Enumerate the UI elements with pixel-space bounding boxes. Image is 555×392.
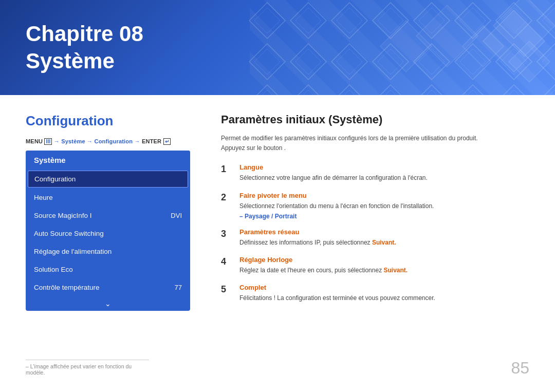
section-title: Configuration (26, 113, 190, 129)
intro-text: Permet de modifier les paramètres initia… (221, 134, 529, 153)
right-column: Paramètres initiaux (Système) Permet de … (221, 113, 529, 311)
menu-item-auto-source[interactable]: Auto Source Switching (26, 225, 190, 242)
menu-item-solution-eco[interactable]: Solution Eco (26, 260, 190, 278)
step-3: 3 Paramètres réseau Définissez les infor… (221, 228, 529, 248)
page-heading: Paramètres initiaux (Système) (221, 113, 529, 126)
step-title-3: Paramètres réseau (239, 228, 529, 236)
step-1: 1 Langue Sélectionnez votre langue afin … (221, 163, 529, 183)
menu-item-configuration[interactable]: Configuration (28, 171, 188, 188)
step-4: 4 Réglage Horloge Réglez la date et l'he… (221, 256, 529, 275)
step-content-1: Langue Sélectionnez votre langue afin de… (239, 163, 529, 183)
step-desc-2: Sélectionnez l'orientation du menu à l'é… (239, 201, 529, 211)
step-content-2: Faire pivoter le menu Sélectionnez l'ori… (239, 192, 529, 220)
step-desc-5: Félicitations ! La configuration est ter… (239, 293, 529, 303)
page-title: Chapitre 08 Système (26, 21, 143, 74)
page-number: 85 (511, 359, 529, 378)
step-title-5: Complet (239, 284, 529, 291)
left-column: Configuration MENU III → Système → Confi… (26, 113, 190, 311)
system-menu: Système Configuration Heure Source Magic… (26, 151, 190, 311)
step-content-4: Réglage Horloge Réglez la date et l'heur… (239, 256, 529, 275)
step-desc-4: Réglez la date et l'heure en cours, puis… (239, 266, 529, 275)
system-menu-header: Système (26, 151, 190, 170)
step-number-5: 5 (221, 284, 231, 295)
step-bullet-2: – Paysage / Portrait (239, 213, 529, 220)
step-number-3: 3 (221, 228, 231, 240)
step-number-1: 1 (221, 163, 231, 175)
step-desc-3: Définissez les informations IP, puis sél… (239, 238, 529, 248)
step-2: 2 Faire pivoter le menu Sélectionnez l'o… (221, 192, 529, 220)
step-number-4: 4 (221, 256, 231, 268)
steps-list: 1 Langue Sélectionnez votre langue afin … (221, 163, 529, 303)
step-content-5: Complet Félicitations ! La configuration… (239, 284, 529, 303)
step-desc-1: Sélectionnez votre langue afin de démarr… (239, 173, 529, 183)
menu-item-source-magicinfo[interactable]: Source MagicInfo I DVI (26, 207, 190, 225)
step-title-1: Langue (239, 163, 529, 171)
header-banner: Chapitre 08 Système (0, 0, 555, 95)
menu-chevron-down[interactable]: ⌄ (26, 296, 190, 311)
step-content-3: Paramètres réseau Définissez les informa… (239, 228, 529, 248)
menu-item-controle-temp[interactable]: Contrôle température 77 (26, 278, 190, 296)
menu-item-heure[interactable]: Heure (26, 189, 190, 207)
footer-note: – L'image affichée peut varier en foncti… (26, 360, 149, 376)
step-5: 5 Complet Félicitations ! La configurati… (221, 284, 529, 303)
main-content: Configuration MENU III → Système → Confi… (0, 95, 555, 322)
menu-item-reglage-alimentation[interactable]: Réglage de l'alimentation (26, 242, 190, 260)
step-title-4: Réglage Horloge (239, 256, 529, 264)
menu-path: MENU III → Système → Configuration → ENT… (26, 138, 190, 144)
step-title-2: Faire pivoter le menu (239, 192, 529, 199)
step-number-2: 2 (221, 192, 231, 203)
